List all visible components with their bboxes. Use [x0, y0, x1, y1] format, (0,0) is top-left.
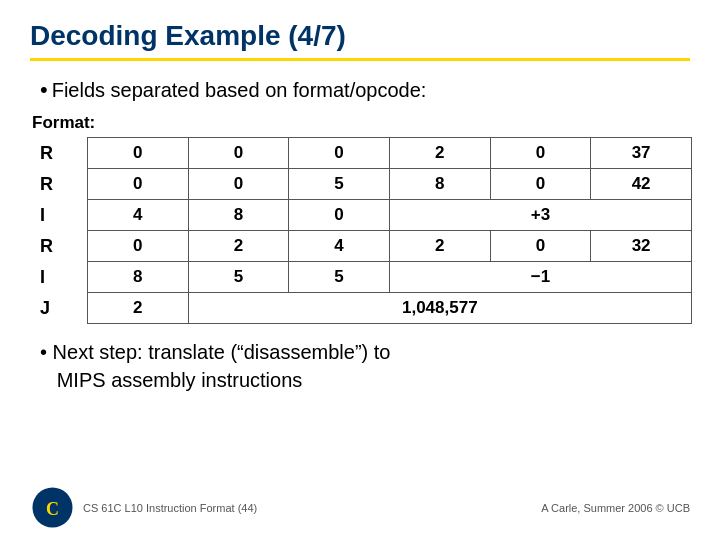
cell: 0 [289, 138, 390, 169]
cell: 37 [591, 138, 692, 169]
cell: 0 [490, 231, 591, 262]
cell: 2 [87, 293, 188, 324]
bullet-1-text: Fields separated based on format/opcode: [52, 79, 427, 101]
cell: 4 [87, 200, 188, 231]
cell: 5 [188, 262, 289, 293]
slide: Decoding Example (4/7) •Fields separated… [0, 0, 720, 540]
table-row: J 2 1,048,577 [32, 293, 692, 324]
cell: 0 [188, 169, 289, 200]
cell: +3 [389, 200, 691, 231]
decode-table: R 0 0 0 2 0 37 R 0 0 5 8 0 42 I 4 [32, 137, 692, 324]
cell: 0 [490, 138, 591, 169]
row-label-i1: I [32, 200, 87, 231]
cal-logo: C [30, 485, 75, 530]
slide-title: Decoding Example (4/7) [30, 20, 690, 61]
cell: 5 [289, 262, 390, 293]
footer: C CS 61C L10 Instruction Format (44) A C… [30, 485, 690, 530]
row-label-r3: R [32, 231, 87, 262]
bullet-2-line1: Next step: translate (“disassemble”) to [53, 341, 391, 363]
bullet-dot-1: • [40, 77, 48, 102]
cell: 32 [591, 231, 692, 262]
bullet-2: • Next step: translate (“disassemble”) t… [40, 338, 690, 394]
table-row: R 0 2 4 2 0 32 [32, 231, 692, 262]
bullet-2-line2: MIPS assembly instructions [57, 369, 303, 391]
bullet-dot-2: • [40, 341, 53, 363]
cell: 8 [87, 262, 188, 293]
cell: 2 [389, 231, 490, 262]
decode-table-wrapper: R 0 0 0 2 0 37 R 0 0 5 8 0 42 I 4 [32, 137, 690, 324]
svg-text:C: C [46, 499, 59, 519]
row-label-i2: I [32, 262, 87, 293]
bullet-1: •Fields separated based on format/opcode… [40, 77, 690, 103]
format-label: Format: [32, 113, 690, 133]
cell: 0 [87, 169, 188, 200]
cell: 0 [87, 138, 188, 169]
row-label-r2: R [32, 169, 87, 200]
cell: 8 [389, 169, 490, 200]
cell: −1 [389, 262, 691, 293]
footer-left-text: CS 61C L10 Instruction Format (44) [83, 502, 257, 514]
row-label-j: J [32, 293, 87, 324]
cell: 8 [188, 200, 289, 231]
cell: 0 [490, 169, 591, 200]
cell: 42 [591, 169, 692, 200]
row-label-r1: R [32, 138, 87, 169]
cell: 4 [289, 231, 390, 262]
cell: 1,048,577 [188, 293, 691, 324]
cell: 0 [87, 231, 188, 262]
cell: 2 [188, 231, 289, 262]
table-row: R 0 0 5 8 0 42 [32, 169, 692, 200]
footer-right-text: A Carle, Summer 2006 © UCB [541, 502, 690, 514]
cell: 2 [389, 138, 490, 169]
table-row: I 4 8 0 +3 [32, 200, 692, 231]
cell: 0 [188, 138, 289, 169]
cell: 5 [289, 169, 390, 200]
cell: 0 [289, 200, 390, 231]
table-row: R 0 0 0 2 0 37 [32, 138, 692, 169]
table-row: I 8 5 5 −1 [32, 262, 692, 293]
